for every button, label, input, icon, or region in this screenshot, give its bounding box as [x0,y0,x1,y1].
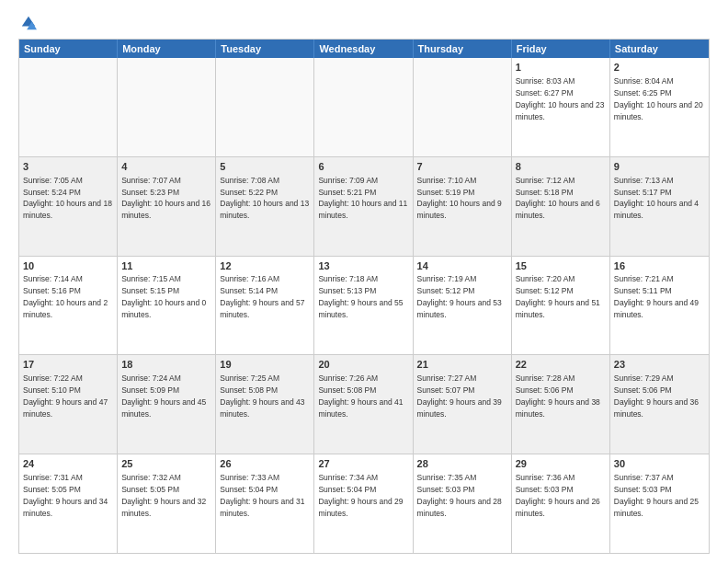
cell-text: Sunrise: 7:12 AM Sunset: 5:18 PM Dayligh… [516,176,600,221]
day-number: 15 [516,259,606,273]
calendar-row: 1Sunrise: 8:03 AM Sunset: 6:27 PM Daylig… [19,58,709,157]
calendar-row: 3Sunrise: 7:05 AM Sunset: 5:24 PM Daylig… [19,157,709,257]
day-number: 30 [614,457,705,471]
day-number: 28 [417,457,507,471]
day-number: 25 [121,457,211,471]
calendar-header: SundayMondayTuesdayWednesdayThursdayFrid… [19,40,709,58]
calendar-cell: 26Sunrise: 7:33 AM Sunset: 5:04 PM Dayli… [216,454,314,553]
calendar-body: 1Sunrise: 8:03 AM Sunset: 6:27 PM Daylig… [19,58,709,553]
calendar-cell: 11Sunrise: 7:15 AM Sunset: 5:15 PM Dayli… [118,257,216,355]
cell-text: Sunrise: 7:37 AM Sunset: 5:03 PM Dayligh… [614,473,699,518]
calendar-cell: 27Sunrise: 7:34 AM Sunset: 5:04 PM Dayli… [314,454,413,553]
calendar-cell: 5Sunrise: 7:08 AM Sunset: 5:22 PM Daylig… [216,157,314,256]
calendar-cell: 1Sunrise: 8:03 AM Sunset: 6:27 PM Daylig… [512,58,610,156]
day-number: 8 [516,160,606,174]
cell-text: Sunrise: 7:28 AM Sunset: 5:06 PM Dayligh… [516,373,600,419]
day-number: 27 [318,457,408,471]
cell-text: Sunrise: 7:21 AM Sunset: 5:11 PM Dayligh… [614,274,699,319]
calendar-header-cell: Sunday [19,40,118,58]
calendar-cell: 24Sunrise: 7:31 AM Sunset: 5:05 PM Dayli… [19,454,118,553]
calendar-cell: 17Sunrise: 7:22 AM Sunset: 5:10 PM Dayli… [19,355,118,454]
day-number: 11 [121,259,211,273]
calendar-cell: 13Sunrise: 7:18 AM Sunset: 5:13 PM Dayli… [314,257,413,355]
calendar-cell: 25Sunrise: 7:32 AM Sunset: 5:05 PM Dayli… [118,454,216,553]
day-number: 13 [318,259,408,273]
day-number: 26 [220,457,310,471]
day-number: 3 [23,160,113,174]
calendar-cell: 30Sunrise: 7:37 AM Sunset: 5:03 PM Dayli… [610,454,709,553]
calendar-cell [19,58,118,156]
cell-text: Sunrise: 7:10 AM Sunset: 5:19 PM Dayligh… [417,176,502,221]
cell-text: Sunrise: 7:18 AM Sunset: 5:13 PM Dayligh… [318,274,403,319]
cell-text: Sunrise: 7:16 AM Sunset: 5:14 PM Dayligh… [220,274,304,319]
calendar-cell: 23Sunrise: 7:29 AM Sunset: 5:06 PM Dayli… [610,355,709,454]
calendar-cell: 14Sunrise: 7:19 AM Sunset: 5:12 PM Dayli… [414,257,512,355]
calendar-header-cell: Tuesday [216,40,314,58]
calendar-cell: 18Sunrise: 7:24 AM Sunset: 5:09 PM Dayli… [118,355,216,454]
calendar-cell: 21Sunrise: 7:27 AM Sunset: 5:07 PM Dayli… [414,355,512,454]
calendar: SundayMondayTuesdayWednesdayThursdayFrid… [18,39,710,554]
cell-text: Sunrise: 7:22 AM Sunset: 5:10 PM Dayligh… [23,373,108,419]
day-number: 18 [121,358,211,372]
cell-text: Sunrise: 7:29 AM Sunset: 5:06 PM Dayligh… [614,373,699,419]
day-number: 7 [417,160,507,174]
cell-text: Sunrise: 7:09 AM Sunset: 5:21 PM Dayligh… [318,176,407,221]
cell-text: Sunrise: 7:33 AM Sunset: 5:04 PM Dayligh… [220,473,304,518]
cell-text: Sunrise: 7:31 AM Sunset: 5:05 PM Dayligh… [23,473,108,518]
day-number: 10 [23,259,113,273]
calendar-cell: 15Sunrise: 7:20 AM Sunset: 5:12 PM Dayli… [512,257,610,355]
calendar-cell: 29Sunrise: 7:36 AM Sunset: 5:03 PM Dayli… [512,454,610,553]
cell-text: Sunrise: 7:14 AM Sunset: 5:16 PM Dayligh… [23,274,108,319]
calendar-header-cell: Wednesday [314,40,413,58]
calendar-cell: 8Sunrise: 7:12 AM Sunset: 5:18 PM Daylig… [512,157,610,256]
cell-text: Sunrise: 7:27 AM Sunset: 5:07 PM Dayligh… [417,373,502,419]
cell-text: Sunrise: 7:19 AM Sunset: 5:12 PM Dayligh… [417,274,502,319]
day-number: 21 [417,358,507,372]
calendar-cell: 10Sunrise: 7:14 AM Sunset: 5:16 PM Dayli… [19,257,118,355]
day-number: 20 [318,358,408,372]
day-number: 19 [220,358,310,372]
cell-text: Sunrise: 7:07 AM Sunset: 5:23 PM Dayligh… [121,176,210,221]
logo [18,15,37,31]
cell-text: Sunrise: 7:32 AM Sunset: 5:05 PM Dayligh… [121,473,206,518]
calendar-cell: 4Sunrise: 7:07 AM Sunset: 5:23 PM Daylig… [118,157,216,256]
calendar-cell: 16Sunrise: 7:21 AM Sunset: 5:11 PM Dayli… [610,257,709,355]
day-number: 24 [23,457,113,471]
calendar-cell [414,58,512,156]
day-number: 29 [516,457,606,471]
day-number: 14 [417,259,507,273]
day-number: 22 [516,358,606,372]
cell-text: Sunrise: 7:13 AM Sunset: 5:17 PM Dayligh… [614,176,699,221]
calendar-row: 24Sunrise: 7:31 AM Sunset: 5:05 PM Dayli… [19,454,709,553]
calendar-header-cell: Friday [512,40,610,58]
calendar-cell: 2Sunrise: 8:04 AM Sunset: 6:25 PM Daylig… [610,58,709,156]
page: SundayMondayTuesdayWednesdayThursdayFrid… [0,0,728,563]
cell-text: Sunrise: 7:20 AM Sunset: 5:12 PM Dayligh… [516,274,600,319]
day-number: 12 [220,259,310,273]
header [18,15,710,31]
calendar-header-cell: Monday [118,40,216,58]
day-number: 17 [23,358,113,372]
day-number: 4 [121,160,211,174]
calendar-cell [314,58,413,156]
day-number: 5 [220,160,310,174]
calendar-cell: 20Sunrise: 7:26 AM Sunset: 5:08 PM Dayli… [314,355,413,454]
calendar-cell: 6Sunrise: 7:09 AM Sunset: 5:21 PM Daylig… [314,157,413,256]
day-number: 6 [318,160,408,174]
cell-text: Sunrise: 7:36 AM Sunset: 5:03 PM Dayligh… [516,473,600,518]
cell-text: Sunrise: 7:08 AM Sunset: 5:22 PM Dayligh… [220,176,309,221]
calendar-cell: 3Sunrise: 7:05 AM Sunset: 5:24 PM Daylig… [19,157,118,256]
cell-text: Sunrise: 7:24 AM Sunset: 5:09 PM Dayligh… [121,373,206,419]
cell-text: Sunrise: 7:15 AM Sunset: 5:15 PM Dayligh… [121,274,206,319]
calendar-row: 10Sunrise: 7:14 AM Sunset: 5:16 PM Dayli… [19,257,709,356]
calendar-cell: 19Sunrise: 7:25 AM Sunset: 5:08 PM Dayli… [216,355,314,454]
calendar-header-cell: Thursday [414,40,512,58]
calendar-cell: 12Sunrise: 7:16 AM Sunset: 5:14 PM Dayli… [216,257,314,355]
day-number: 2 [614,61,705,75]
day-number: 9 [614,160,705,174]
cell-text: Sunrise: 7:26 AM Sunset: 5:08 PM Dayligh… [318,373,403,419]
day-number: 23 [614,358,705,372]
calendar-cell [118,58,216,156]
cell-text: Sunrise: 7:34 AM Sunset: 5:04 PM Dayligh… [318,473,403,518]
logo-icon [20,15,37,31]
